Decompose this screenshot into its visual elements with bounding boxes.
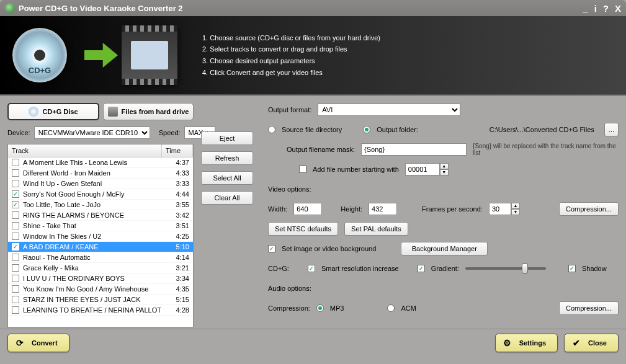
track-checkbox[interactable] xyxy=(12,159,19,166)
fps-input[interactable] xyxy=(489,203,511,215)
track-row[interactable]: RING THE ALARMS / BEYONCE3:42 xyxy=(8,210,193,221)
set-background-checkbox[interactable] xyxy=(268,245,275,252)
track-checkbox[interactable] xyxy=(12,264,19,272)
track-row[interactable]: A Moment Like This - Leona Lewis4:37 xyxy=(8,158,193,168)
track-row[interactable]: STARZ IN THERE EYES / JUST JACK5:15 xyxy=(8,295,193,305)
refresh-button[interactable]: Refresh xyxy=(201,151,253,165)
audio-compression-button[interactable]: Compression... xyxy=(559,301,619,315)
gradient-checkbox[interactable] xyxy=(418,265,425,272)
track-row[interactable]: LEARNING TO BREATHE / NERINA PALLOT4:28 xyxy=(8,305,193,316)
settings-button[interactable]: ⚙ Settings xyxy=(495,334,558,352)
track-checkbox[interactable] xyxy=(12,169,19,177)
eject-button[interactable]: Eject xyxy=(201,131,253,145)
track-name: You Know I'm No Good / Amy Winehouse xyxy=(23,285,166,293)
arrow-icon xyxy=(84,43,118,68)
gradient-slider-thumb[interactable] xyxy=(522,264,528,273)
files-source-button[interactable]: Files from hard drive xyxy=(103,103,194,120)
gradient-label: Gradient: xyxy=(431,265,459,272)
track-row[interactable]: Wind It Up - Gwen Stefani3:33 xyxy=(8,179,193,189)
track-checkbox[interactable]: ✓ xyxy=(12,201,19,208)
track-row[interactable]: ✓Sorry's Not Good Enough / McFly4:44 xyxy=(8,189,193,200)
track-time: 4:33 xyxy=(166,169,189,177)
close-window-button[interactable]: X xyxy=(615,3,621,14)
instructions: 1. Choose source (CD+G disc or files fro… xyxy=(202,32,380,79)
track-column-header[interactable]: Track xyxy=(8,144,162,157)
smart-resolution-checkbox[interactable] xyxy=(308,265,315,272)
hard-drive-icon xyxy=(108,107,118,117)
track-name: Sorry's Not Good Enough / McFly xyxy=(23,190,166,198)
track-row[interactable]: I LUV U / THE ORDINARY BOYS3:34 xyxy=(8,273,193,284)
time-column-header[interactable]: Time xyxy=(162,144,193,157)
track-name: Raoul - The Automatic xyxy=(23,254,166,261)
track-row[interactable]: ✓Too Little, Too Late - JoJo3:55 xyxy=(8,200,193,210)
track-row[interactable]: Shine - Take That3:51 xyxy=(8,221,193,231)
height-input[interactable] xyxy=(369,203,397,215)
track-checkbox[interactable] xyxy=(12,306,19,314)
acm-radio[interactable] xyxy=(387,304,395,312)
track-row[interactable]: Different World - Iron Maiden4:33 xyxy=(8,168,193,179)
track-list[interactable]: Track Time A Moment Like This - Leona Le… xyxy=(7,144,194,327)
video-compression-button[interactable]: Compression... xyxy=(559,202,619,216)
filename-mask-label: Output filename mask: xyxy=(287,146,355,153)
track-row[interactable]: You Know I'm No Good / Amy Winehouse4:35 xyxy=(8,284,193,295)
track-checkbox[interactable]: ✓ xyxy=(12,190,19,198)
source-dir-radio[interactable] xyxy=(268,126,275,133)
info-button[interactable]: i xyxy=(594,3,597,14)
device-select[interactable]: NECVMWarVMware IDE CDR10 xyxy=(34,127,150,139)
clear-all-button[interactable]: Clear All xyxy=(201,191,253,205)
add-file-number-checkbox[interactable] xyxy=(299,166,306,173)
track-checkbox[interactable] xyxy=(12,296,19,303)
acm-label: ACM xyxy=(401,304,416,312)
output-folder-radio[interactable] xyxy=(363,126,370,133)
fps-label: Frames per second: xyxy=(422,205,483,213)
output-format-label: Output format: xyxy=(268,106,311,113)
track-row[interactable]: ✓A BAD DREAM / KEANE5:10 xyxy=(8,242,193,252)
track-checkbox[interactable] xyxy=(12,254,19,261)
track-name: Different World - Iron Maiden xyxy=(23,169,166,177)
track-time: 4:25 xyxy=(166,233,189,240)
track-checkbox[interactable]: ✓ xyxy=(12,243,19,251)
track-time: 3:21 xyxy=(166,264,189,272)
cdg-label: CD+G: xyxy=(268,265,289,272)
minimize-button[interactable]: _ xyxy=(583,3,588,14)
file-number-up[interactable]: ▲ xyxy=(440,163,449,169)
fps-down[interactable]: ▼ xyxy=(511,209,520,215)
file-number-down[interactable]: ▼ xyxy=(440,169,449,175)
filename-mask-input[interactable] xyxy=(361,143,467,156)
track-row[interactable]: Grace Kelly - Mika3:21 xyxy=(8,263,193,273)
gradient-slider[interactable] xyxy=(465,267,546,270)
shadow-checkbox[interactable] xyxy=(568,265,576,272)
track-row[interactable]: Raoul - The Automatic4:14 xyxy=(8,252,193,263)
speed-label: Speed: xyxy=(159,129,181,136)
track-row[interactable]: Window In The Skies / U24:25 xyxy=(8,231,193,242)
convert-button[interactable]: ⟳ Convert xyxy=(7,334,69,352)
help-button[interactable]: ? xyxy=(603,3,609,14)
track-checkbox[interactable] xyxy=(12,211,19,219)
track-name: RING THE ALARMS / BEYONCE xyxy=(23,211,166,219)
ntsc-defaults-button[interactable]: Set NTSC defaults xyxy=(268,222,338,236)
file-number-input[interactable] xyxy=(405,163,440,175)
background-manager-button[interactable]: Background Manager xyxy=(401,242,488,255)
track-checkbox[interactable] xyxy=(12,233,19,240)
close-button[interactable]: ✔ Close xyxy=(564,334,619,352)
track-checkbox[interactable] xyxy=(12,222,19,229)
output-format-select[interactable]: AVI xyxy=(318,104,460,116)
cdg-disc-graphic: CD+G xyxy=(12,24,81,86)
film-graphic xyxy=(122,25,177,85)
footer: ⟳ Convert ⚙ Settings ✔ Close xyxy=(0,329,626,356)
pal-defaults-button[interactable]: Set PAL defaults xyxy=(344,222,408,236)
width-input[interactable] xyxy=(293,203,322,215)
track-checkbox[interactable] xyxy=(12,285,19,293)
mp3-radio[interactable] xyxy=(316,304,324,312)
fps-up[interactable]: ▲ xyxy=(511,203,520,209)
select-all-button[interactable]: Select All xyxy=(201,171,253,185)
track-time: 3:33 xyxy=(166,180,189,187)
audio-compression-label: Compression: xyxy=(268,304,310,312)
cdg-disc-source-button[interactable]: CD+G Disc xyxy=(7,103,99,120)
track-checkbox[interactable] xyxy=(12,180,19,187)
track-name: STARZ IN THERE EYES / JUST JACK xyxy=(23,296,166,303)
track-checkbox[interactable] xyxy=(12,275,19,282)
track-time: 3:55 xyxy=(166,201,189,208)
browse-folder-button[interactable]: ... xyxy=(604,123,619,136)
gear-icon: ⚙ xyxy=(502,337,513,348)
